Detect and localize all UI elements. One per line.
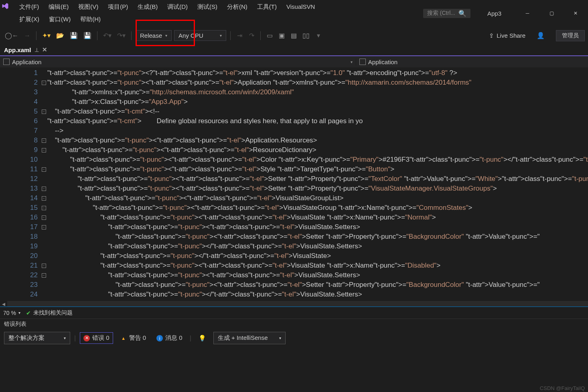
app-name: App3 [476, 10, 513, 17]
nav-back-button[interactable]: ◯← [3, 30, 20, 41]
redo-button[interactable]: ↷▾ [116, 30, 127, 41]
menu-debug[interactable]: 调试(D) [162, 1, 193, 13]
undo-button[interactable]: ↶▾ [101, 30, 113, 41]
menu-view[interactable]: 视图(V) [73, 1, 103, 13]
close-button[interactable]: ✕ [566, 7, 585, 20]
messages-filter[interactable]: i消息 0 [153, 333, 186, 343]
error-mode-combo[interactable]: 生成 + IntelliSense▾ [213, 332, 286, 344]
horizontal-scrollbar[interactable]: ◂▸ [0, 301, 588, 307]
menu-window[interactable]: 窗口(W) [44, 13, 75, 26]
live-share-button[interactable]: ⇪ Live Share [489, 32, 525, 39]
menu-test[interactable]: 测试(S) [193, 1, 222, 13]
share-icon: ⇪ [489, 32, 494, 39]
open-button[interactable]: 📂 [55, 30, 66, 41]
title-search[interactable]: 搜索 (Ctrl... 🔍 [423, 9, 470, 18]
code-area[interactable]: "t-attr">class"t-punc">="t-punc"><?"t-at… [47, 67, 588, 301]
feedback-icon[interactable]: 👤 [535, 30, 546, 41]
nav-combo-row: Application▾ Application▾ ╪ [0, 56, 588, 67]
maximize-button[interactable]: ▢ [542, 7, 561, 20]
error-scope-combo[interactable]: 整个解决方案▾ [4, 332, 70, 344]
nav-combo-left[interactable]: Application▾ [0, 59, 356, 65]
toolbar-overflow[interactable]: ▾ [314, 30, 323, 41]
device-icon-3[interactable]: ▤ [289, 30, 298, 41]
device-icon-1[interactable]: ▭ [265, 30, 274, 41]
menu-file[interactable]: 文件(F) [14, 1, 44, 13]
save-button[interactable]: 💾 [68, 30, 79, 41]
editor-status-bar: 70 % ▾ ✔未找到相关问题 行: 1 字符: 1 空格 UTF-8 (BOM… [0, 307, 588, 319]
menu-edit[interactable]: 编辑(E) [44, 1, 73, 13]
minimize-button[interactable]: ─ [518, 7, 537, 20]
device-icon-2[interactable]: ▣ [277, 30, 286, 41]
nav-forward-button[interactable]: → [22, 30, 32, 41]
close-tab-icon[interactable]: ✕ [42, 46, 47, 53]
menu-visualsvn[interactable]: VisualSVN [282, 1, 320, 13]
menu-project[interactable]: 项目(P) [103, 1, 133, 13]
error-list-panel: 错误列表 ▾ ⊥ ✕ 整个解决方案▾ | ✕错误 0 ▲警告 0 i消息 0 |… [0, 319, 588, 369]
admin-button[interactable]: 管理员 [556, 30, 585, 41]
watermark: CSDN @FairyTailQ [540, 385, 585, 391]
document-tab-row: App.xaml ⊥ ✕ ▾ ⚙ [0, 44, 588, 56]
step-over-icon[interactable]: ↷ [247, 30, 256, 41]
vs-logo-icon [2, 2, 9, 10]
step-into-icon[interactable]: ⇥ [235, 30, 244, 41]
errors-filter[interactable]: ✕错误 0 [80, 332, 113, 344]
error-list-title: 错误列表 [4, 321, 26, 328]
platform-combo[interactable]: Any CPU▾ [174, 30, 226, 41]
tab-app-xaml[interactable]: App.xaml ⊥ ✕ [0, 45, 51, 55]
bulb-icon[interactable]: 💡 [195, 333, 209, 343]
menu-help[interactable]: 帮助(H) [75, 13, 105, 26]
line-gutter: 1234567891011121314151617181920212223242… [0, 67, 40, 301]
menu-bar: 文件(F) 编辑(E) 视图(V) 项目(P) 生成(B) 调试(D) 测试(S… [3, 1, 352, 26]
new-item-button[interactable]: ✦▾ [41, 30, 52, 41]
menu-analyze[interactable]: 分析(N) [222, 1, 252, 13]
fold-column[interactable]: −−−−−−−−−−−− [40, 67, 47, 301]
main-toolbar: ◯← → ✦▾ 📂 💾 💾 ↶▾ ↷▾ Release▾ Any CPU▾ ⇥ … [0, 26, 588, 44]
nav-combo-right[interactable]: Application▾ [356, 59, 588, 65]
save-all-button[interactable]: 💾 [82, 30, 93, 41]
menu-build[interactable]: 生成(B) [133, 1, 162, 13]
menu-extensions[interactable]: 扩展(X) [14, 13, 44, 26]
issues-status[interactable]: ✔未找到相关问题 [26, 309, 73, 317]
app-icon [359, 59, 366, 65]
title-bar: 文件(F) 编辑(E) 视图(V) 项目(P) 生成(B) 调试(D) 测试(S… [0, 0, 588, 26]
app-icon [3, 59, 10, 65]
menu-tools[interactable]: 工具(T) [252, 1, 282, 13]
code-editor[interactable]: 1234567891011121314151617181920212223242… [0, 67, 588, 301]
zoom-combo[interactable]: 70 % ▾ [3, 310, 20, 316]
device-icon-4[interactable]: ▯▯ [301, 30, 311, 41]
build-config-combo[interactable]: Release▾ [136, 30, 172, 41]
pin-icon[interactable]: ⊥ [34, 47, 39, 53]
search-icon: 🔍 [458, 10, 466, 17]
warnings-filter[interactable]: ▲警告 0 [117, 333, 150, 343]
